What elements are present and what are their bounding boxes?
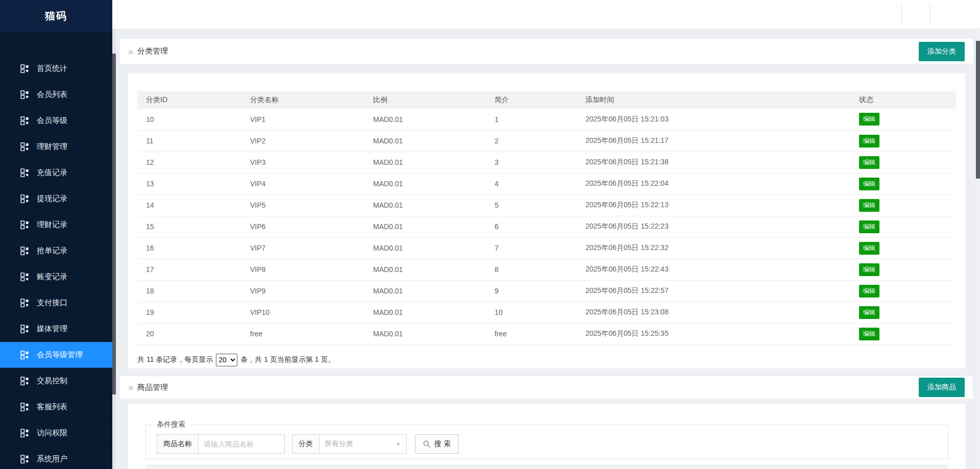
sidebar-item-label: 理财记录	[37, 220, 67, 230]
sidebar-item-label: 会员等级	[37, 116, 67, 126]
table-cell-ratio: MAD0.01	[364, 152, 486, 173]
table-cell-status: 编辑	[850, 152, 956, 173]
table-row: 17VIP8MAD0.0182025年06月05日 15:22:43编辑	[137, 259, 956, 280]
sidebar-item-label: 系统用户	[37, 454, 67, 464]
column-header: 状态	[850, 91, 956, 109]
product-name-input[interactable]	[199, 434, 285, 454]
table-cell-time: 2025年06月05日 15:21:17	[577, 130, 850, 152]
table-cell-time: 2025年06月05日 15:22:32	[577, 237, 850, 259]
table-cell-ratio: MAD0.01	[364, 130, 486, 152]
table-cell-desc: 7	[486, 237, 577, 259]
category-section-title: 分类管理	[137, 46, 168, 56]
table-cell-status: 编辑	[850, 302, 956, 323]
search-button[interactable]: 搜 索	[415, 434, 458, 454]
page-scrollbar[interactable]	[976, 29, 980, 469]
sidebar-item-label: 支付接口	[37, 298, 67, 308]
table-row: 14VIP5MAD0.0152025年06月05日 15:22:13编辑	[137, 194, 956, 216]
grid-icon	[20, 403, 29, 411]
sidebar-item-label: 交易控制	[37, 376, 67, 386]
grid-icon	[20, 194, 29, 203]
table-cell-desc: 1	[486, 109, 577, 130]
chevron-down-icon: ▼	[396, 441, 401, 447]
grid-icon	[20, 299, 29, 307]
sidebar-item-会员等级[interactable]: 会员等级	[0, 108, 112, 134]
grid-icon	[20, 116, 29, 125]
table-cell-ratio: MAD0.01	[364, 280, 486, 302]
edit-button[interactable]: 编辑	[859, 156, 879, 169]
table-cell-desc: 6	[486, 216, 577, 237]
table-cell-time: 2025年06月05日 15:22:04	[577, 173, 850, 194]
sidebar-item-充值记录[interactable]: 充值记录	[0, 160, 112, 186]
page-size-select[interactable]: 20	[216, 354, 237, 366]
edit-button[interactable]: 编辑	[859, 263, 879, 276]
topbar-divider	[901, 4, 902, 25]
grid-icon	[20, 64, 29, 73]
table-cell-desc: 8	[486, 259, 577, 280]
sidebar-item-支付接口[interactable]: 支付接口	[0, 290, 112, 316]
sidebar-item-label: 会员等级管理	[37, 350, 83, 360]
sidebar-item-抢单记录[interactable]: 抢单记录	[0, 238, 112, 264]
sidebar-scrollbar[interactable]	[112, 29, 116, 469]
category-filter-label: 分类	[292, 434, 320, 454]
edit-button[interactable]: 编辑	[859, 135, 879, 147]
edit-button[interactable]: 编辑	[859, 199, 879, 212]
search-icon	[423, 440, 431, 448]
table-row: 12VIP3MAD0.0132025年06月05日 15:21:38编辑	[137, 152, 956, 173]
category-panel: 分类ID分类名称比例简介添加时间状态 10VIP1MAD0.0112025年06…	[128, 73, 965, 368]
edit-button[interactable]: 编辑	[859, 285, 879, 298]
sidebar-item-客服列表[interactable]: 客服列表	[0, 394, 112, 420]
grid-icon	[20, 220, 29, 229]
sidebar-scrollbar-thumb[interactable]	[112, 54, 116, 394]
table-cell-status: 编辑	[850, 194, 956, 216]
add-category-button[interactable]: 添加分类	[919, 42, 965, 61]
table-cell-desc: 2	[486, 130, 577, 152]
table-cell-name: VIP10	[241, 302, 364, 323]
sidebar-item-理财管理[interactable]: 理财管理	[0, 134, 112, 160]
category-filter-select[interactable]: 所有分类 ▼	[320, 434, 407, 454]
table-cell-time: 2025年06月05日 15:25:35	[577, 323, 850, 344]
category-filter-value: 所有分类	[325, 439, 353, 449]
table-cell-status: 编辑	[850, 280, 956, 302]
sidebar-item-会员列表[interactable]: 会员列表	[0, 82, 112, 108]
table-cell-desc: 5	[486, 194, 577, 216]
table-row: 20freeMAD0.01free2025年06月05日 15:25:35编辑	[137, 323, 956, 344]
sidebar-item-理财记录[interactable]: 理财记录	[0, 212, 112, 238]
table-row: 13VIP4MAD0.0142025年06月05日 15:22:04编辑	[137, 173, 956, 194]
table-cell-id: 10	[137, 109, 241, 130]
table-cell-name: VIP7	[241, 237, 364, 259]
sidebar-item-访问权限[interactable]: 访问权限	[0, 420, 112, 446]
table-cell-status: 编辑	[850, 109, 956, 130]
edit-button[interactable]: 编辑	[859, 113, 879, 126]
category-table-body: 10VIP1MAD0.0112025年06月05日 15:21:03编辑11VI…	[137, 109, 956, 344]
edit-button[interactable]: 编辑	[859, 178, 879, 190]
sidebar-item-label: 客服列表	[37, 402, 67, 412]
sidebar-item-系统用户[interactable]: 系统用户	[0, 446, 112, 469]
sidebar-item-首页统计[interactable]: 首页统计	[0, 56, 112, 82]
table-cell-name: VIP3	[241, 152, 364, 173]
table-cell-id: 19	[137, 302, 241, 323]
sidebar-item-媒体管理[interactable]: 媒体管理	[0, 316, 112, 342]
table-cell-name: VIP8	[241, 259, 364, 280]
edit-button[interactable]: 编辑	[859, 328, 879, 340]
product-section-header: » 商品管理 添加商品	[120, 376, 973, 399]
edit-button[interactable]: 编辑	[859, 220, 879, 233]
table-cell-name: VIP4	[241, 173, 364, 194]
sidebar-item-label: 充值记录	[37, 168, 67, 178]
table-cell-status: 编辑	[850, 323, 956, 344]
sidebar-item-交易控制[interactable]: 交易控制	[0, 368, 112, 394]
table-cell-ratio: MAD0.01	[364, 237, 486, 259]
edit-button[interactable]: 编辑	[859, 306, 879, 319]
pagination-suffix: 条，共 1 页当前显示第 1 页。	[240, 355, 335, 364]
grid-icon	[20, 429, 29, 437]
sidebar-item-账变记录[interactable]: 账变记录	[0, 264, 112, 290]
search-button-label: 搜 索	[434, 439, 451, 449]
column-header: 分类ID	[137, 91, 241, 109]
edit-button[interactable]: 编辑	[859, 242, 879, 255]
add-product-button[interactable]: 添加商品	[919, 378, 965, 397]
page-scrollbar-thumb[interactable]	[976, 41, 980, 179]
table-cell-ratio: MAD0.01	[364, 109, 486, 130]
table-cell-status: 编辑	[850, 173, 956, 194]
table-row: 19VIP10MAD0.01102025年06月05日 15:23:08编辑	[137, 302, 956, 323]
sidebar-item-提现记录[interactable]: 提现记录	[0, 186, 112, 212]
sidebar-item-会员等级管理[interactable]: 会员等级管理	[0, 342, 112, 368]
